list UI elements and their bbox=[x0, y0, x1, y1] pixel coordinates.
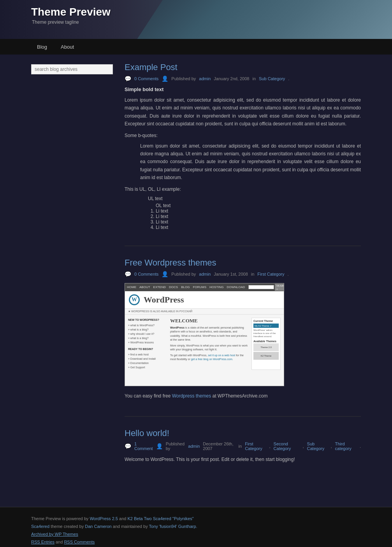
wp-notice: ★ WORDPRESS IS ALSO AVAILABLE IN РУССКИЙ bbox=[125, 309, 284, 315]
footer-theme-link[interactable]: K2 Beta Two Sca4ered "Polynikes" bbox=[127, 516, 193, 521]
published-by-label-3: Published by bbox=[166, 441, 185, 451]
author-icon: 👤 bbox=[162, 76, 168, 82]
wp-nav-hosting: HOSTING bbox=[209, 285, 223, 289]
category-link-2[interactable]: First Category bbox=[257, 272, 284, 276]
footer-rss-entries-link[interactable]: RSS Entries bbox=[31, 540, 54, 544]
comment-icon-2: 💬 bbox=[125, 271, 131, 277]
wp-nav-blog: BLOG bbox=[181, 285, 190, 289]
author-link-3[interactable]: admin bbox=[188, 444, 200, 449]
footer-rss-comments-link[interactable]: RSS Comments bbox=[64, 540, 95, 544]
published-by-label: Published by bbox=[171, 76, 196, 81]
wp-screenshot-inner: HOME ABOUT EXTEND DOCS BLOG FORUMS HOSTI… bbox=[125, 283, 284, 386]
post-date-3: December 26th, 2007 bbox=[203, 441, 235, 451]
category-link-3c[interactable]: Sub Category bbox=[307, 441, 328, 451]
post-subtitle: Simple bold text bbox=[125, 86, 361, 92]
in-label: in bbox=[252, 76, 256, 81]
wordpress-themes-link[interactable]: Wordpress themes bbox=[172, 393, 211, 399]
post-date-2: January 1st, 2008 bbox=[214, 272, 248, 276]
post-body-hello: Welcome to WordPress. This is your first… bbox=[125, 456, 361, 463]
author-link[interactable]: admin bbox=[199, 76, 211, 81]
site-header: Theme Preview Theme preview tagline bbox=[0, 0, 392, 39]
post-blockquote: Lorem ipsum dolor sit amet, consectetur … bbox=[140, 142, 361, 182]
wp-nav-docs: DOCS bbox=[169, 285, 178, 289]
wp-left-col: NEW TO WORDPRESS? » what is WordPress? »… bbox=[128, 318, 167, 370]
post-example: Example Post 💬 0 Comments 👤 Published by… bbox=[125, 62, 361, 246]
post-hello: Hello world! 💬 1 Comment 👤 Published by … bbox=[125, 428, 361, 480]
footer-wp-link[interactable]: WordPress 2.5 bbox=[90, 516, 118, 521]
wp-nav-download: DOWNLOAD bbox=[227, 285, 245, 289]
post-meta-hello: 💬 1 Comment 👤 Published by admin Decembe… bbox=[125, 441, 361, 451]
wp-nav-bar: HOME ABOUT EXTEND DOCS BLOG FORUMS HOSTI… bbox=[125, 283, 284, 291]
footer-theme-by: theme created by bbox=[51, 524, 84, 529]
li-list: Li text Li text Li text Li text bbox=[156, 208, 361, 230]
content-area: Example Post 💬 0 Comments 👤 Published by… bbox=[0, 55, 392, 499]
body-prefix: You can easy find free bbox=[125, 393, 171, 399]
ol-text: OL text bbox=[156, 203, 361, 208]
footer-maintained-by: and maintained by bbox=[113, 524, 148, 529]
wp-themes-sidebar: Current Theme My K2 Theme ✓ WordPress' a… bbox=[251, 318, 281, 370]
author-link-2[interactable]: admin bbox=[199, 272, 211, 276]
category-link-3d[interactable]: Third category bbox=[335, 441, 357, 451]
post-meta-wordpress: 💬 0 Comments 👤 Published by admin Januar… bbox=[125, 271, 361, 277]
footer-author2-link[interactable]: Tony 'fusion94' Guntharp. bbox=[149, 524, 197, 529]
list-item: Li text bbox=[156, 225, 361, 230]
in-label-3: in bbox=[239, 444, 242, 449]
list-item: Li text bbox=[156, 219, 361, 225]
footer-and: and bbox=[119, 516, 126, 521]
category-link-3a[interactable]: First Category bbox=[245, 441, 266, 451]
author-icon-2: 👤 bbox=[162, 271, 168, 277]
list-item: Li text bbox=[156, 208, 361, 214]
wp-screenshot: HOME ABOUT EXTEND DOCS BLOG FORUMS HOSTI… bbox=[125, 283, 284, 386]
comments-link-3[interactable]: 1 Comment bbox=[134, 441, 153, 451]
comments-link[interactable]: 0 Comments bbox=[134, 76, 158, 81]
nav-blog[interactable]: Blog bbox=[31, 41, 53, 53]
body-suffix: at WPThemesArchive.com bbox=[212, 393, 267, 399]
category-link[interactable]: Sub Category bbox=[259, 76, 285, 81]
main-content: Example Post 💬 0 Comments 👤 Published by… bbox=[125, 62, 361, 491]
post-title-wordpress: Free Wordpress themes bbox=[125, 258, 361, 268]
wp-logo-area: W WordPress bbox=[125, 291, 284, 309]
period: . bbox=[288, 76, 289, 81]
sidebar bbox=[31, 62, 117, 491]
wp-nav-home: HOME bbox=[127, 285, 136, 289]
search-input[interactable] bbox=[31, 64, 113, 74]
footer-and-text: and bbox=[56, 540, 63, 544]
wp-nav-extend: EXTEND bbox=[153, 285, 166, 289]
category-link-3b[interactable]: Second Category bbox=[274, 441, 300, 451]
ul-text: UL text bbox=[148, 196, 361, 201]
list-label: This is UL, OL, LI example: bbox=[125, 186, 361, 192]
footer-archived-link[interactable]: Archived by WP Themes bbox=[31, 532, 78, 536]
post-date: January 2nd, 2008 bbox=[214, 76, 249, 81]
post-wordpress: Free Wordpress themes 💬 0 Comments 👤 Pub… bbox=[125, 258, 361, 417]
wp-logo-circle: W bbox=[129, 294, 140, 305]
header-background bbox=[137, 0, 392, 39]
in-label-2: in bbox=[251, 272, 255, 276]
post-body-wp: You can easy find free Wordpress themes … bbox=[125, 392, 361, 400]
post-body: Lorem ipsum dolor sit amet, consectetur … bbox=[125, 96, 361, 128]
footer-author1-link[interactable]: Dan Cameron bbox=[85, 524, 111, 529]
list-section: UL text OL text Li text Li text Li text … bbox=[125, 196, 361, 230]
author-icon-3: 👤 bbox=[156, 443, 163, 449]
bquote-label: Some b-quotes: bbox=[125, 133, 361, 138]
post-title-example: Example Post bbox=[125, 62, 361, 72]
comment-icon: 💬 bbox=[125, 76, 131, 82]
list-item: Li text bbox=[156, 214, 361, 219]
published-by-label-2: Published by bbox=[171, 272, 196, 276]
period-3: . bbox=[360, 444, 361, 449]
post-title-hello: Hello world! bbox=[125, 428, 361, 438]
footer-sca4ered-link[interactable]: Sca4ered bbox=[31, 524, 49, 529]
nav-about[interactable]: About bbox=[55, 41, 80, 53]
wp-logo-text: WordPress bbox=[144, 295, 184, 305]
wp-nav-about: ABOUT bbox=[139, 285, 150, 289]
footer: Theme Preview is powered by WordPress 2.… bbox=[0, 507, 392, 547]
wp-center-col: WELCOME WordPress is a state-of-the-art … bbox=[170, 318, 248, 370]
footer-text: Theme Preview is powered by WordPress 2.… bbox=[31, 515, 361, 546]
footer-powered-by: Theme Preview is powered by bbox=[31, 516, 88, 521]
wp-main-split: NEW TO WORDPRESS? » what is WordPress? »… bbox=[125, 315, 284, 373]
post-meta-example: 💬 0 Comments 👤 Published by admin Januar… bbox=[125, 76, 361, 82]
comments-link-2[interactable]: 0 Comments bbox=[134, 272, 158, 276]
site-tagline: Theme preview tagline bbox=[32, 19, 79, 25]
period-2: . bbox=[287, 272, 288, 276]
comment-icon-3: 💬 bbox=[125, 443, 131, 449]
wp-nav-forums: FORUMS bbox=[193, 285, 206, 289]
